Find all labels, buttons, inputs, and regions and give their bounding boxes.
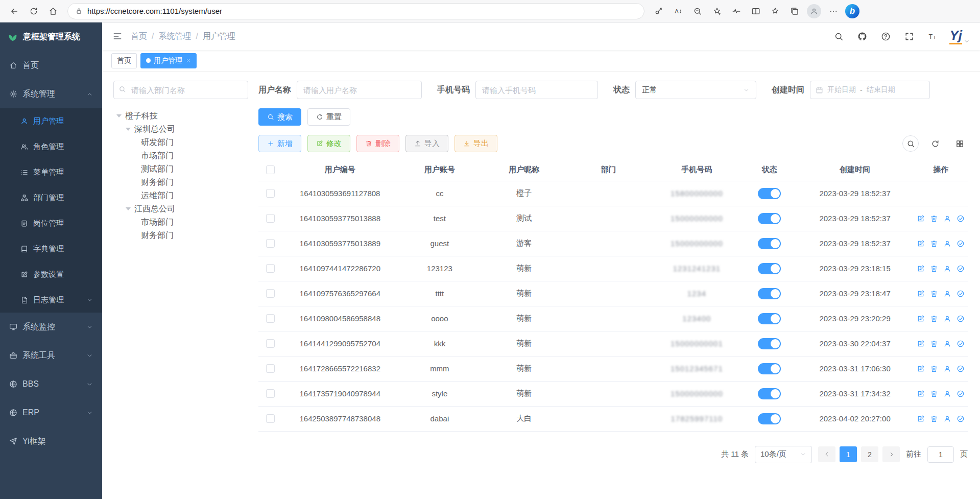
fullscreen-icon[interactable] [902, 30, 916, 43]
edit-user-icon[interactable] [917, 290, 925, 298]
assign-role-icon[interactable] [957, 290, 965, 298]
delete-user-icon[interactable] [930, 390, 938, 398]
sidebar-item[interactable]: 系统管理 [0, 80, 102, 108]
tree-node[interactable]: 橙子科技 [113, 109, 248, 123]
assign-role-icon[interactable] [957, 240, 965, 248]
edit-user-icon[interactable] [917, 315, 925, 323]
delete-user-icon[interactable] [930, 240, 938, 248]
grid-icon[interactable] [951, 135, 968, 152]
tree-node[interactable]: 运维部门 [113, 189, 248, 202]
status-toggle[interactable] [758, 263, 781, 274]
import-button[interactable]: 导入 [405, 135, 448, 152]
user-avatar[interactable]: Yj [949, 29, 970, 44]
address-bar[interactable]: https://ccnetcore.com:1101/system/user [67, 3, 644, 19]
select-all-checkbox[interactable] [266, 165, 275, 174]
zoom-out-icon[interactable] [688, 3, 707, 20]
modify-button[interactable]: 修改 [307, 135, 350, 152]
more-menu-icon[interactable] [824, 3, 843, 20]
delete-user-icon[interactable] [930, 265, 938, 273]
refresh-icon[interactable] [927, 135, 943, 152]
status-toggle[interactable] [758, 413, 781, 424]
department-search-input[interactable] [113, 81, 248, 99]
tab[interactable]: 首页 [111, 53, 137, 68]
status-toggle[interactable] [758, 313, 781, 324]
delete-user-icon[interactable] [930, 365, 938, 373]
reset-password-icon[interactable] [943, 265, 951, 273]
username-input[interactable] [297, 81, 422, 99]
status-toggle[interactable] [758, 388, 781, 399]
export-button[interactable]: 导出 [455, 135, 497, 152]
refresh-icon[interactable] [25, 3, 43, 20]
app-logo[interactable]: 意框架管理系统 [0, 22, 102, 51]
search-icon[interactable] [832, 30, 845, 43]
reset-password-icon[interactable] [943, 340, 951, 348]
page-number-button[interactable]: 2 [861, 446, 878, 462]
split-icon[interactable] [747, 3, 765, 20]
status-select[interactable]: 正常 [635, 81, 756, 99]
edit-user-icon[interactable] [917, 340, 925, 348]
menu-collapse-icon[interactable] [112, 31, 123, 41]
row-checkbox[interactable] [266, 239, 275, 248]
sidebar-item[interactable]: 日志管理 [0, 287, 102, 313]
delete-button[interactable]: 删除 [356, 135, 399, 152]
sidebar-item[interactable]: 系统工具 [0, 341, 102, 370]
tree-node[interactable]: 研发部门 [113, 136, 248, 149]
tree-expand-caret-icon[interactable] [126, 128, 131, 133]
assign-role-icon[interactable] [957, 315, 965, 323]
next-page-button[interactable] [882, 446, 900, 462]
sidebar-item[interactable]: ERP [0, 398, 102, 427]
reset-password-icon[interactable] [943, 390, 951, 398]
assign-role-icon[interactable] [957, 365, 965, 373]
tree-node[interactable]: 深圳总公司 [113, 123, 248, 136]
status-toggle[interactable] [758, 238, 781, 249]
edit-user-icon[interactable] [917, 215, 925, 223]
status-toggle[interactable] [758, 213, 781, 224]
question-icon[interactable] [879, 30, 892, 43]
reset-password-icon[interactable] [943, 315, 951, 323]
essentials-icon[interactable] [727, 3, 746, 20]
row-checkbox[interactable] [266, 264, 275, 273]
delete-user-icon[interactable] [930, 290, 938, 298]
assign-role-icon[interactable] [957, 340, 965, 348]
row-checkbox[interactable] [266, 414, 275, 423]
row-checkbox[interactable] [266, 189, 275, 198]
reset-password-icon[interactable] [943, 290, 951, 298]
sidebar-item[interactable]: 参数设置 [0, 262, 102, 287]
row-checkbox[interactable] [266, 289, 275, 298]
row-checkbox[interactable] [266, 339, 275, 348]
sidebar-item[interactable]: Yi框架 [0, 427, 102, 456]
sidebar-item[interactable]: 用户管理 [0, 108, 102, 134]
sidebar-item[interactable]: 部门管理 [0, 185, 102, 210]
delete-user-icon[interactable] [930, 315, 938, 323]
prev-page-button[interactable] [818, 446, 835, 462]
tree-node[interactable]: 测试部门 [113, 162, 248, 176]
assign-role-icon[interactable] [957, 415, 965, 423]
breadcrumb-item[interactable]: 系统管理 [158, 31, 191, 42]
row-checkbox[interactable] [266, 364, 275, 373]
edit-user-icon[interactable] [917, 265, 925, 273]
reset-password-icon[interactable] [943, 415, 951, 423]
back-icon[interactable] [5, 3, 23, 20]
sidebar-item[interactable]: 首页 [0, 51, 102, 80]
add-button[interactable]: 新增 [258, 135, 301, 152]
read-aloud-icon[interactable]: A [669, 3, 687, 20]
star-icon[interactable] [766, 3, 784, 20]
status-toggle[interactable] [758, 188, 781, 199]
reset-password-icon[interactable] [943, 240, 951, 248]
edit-user-icon[interactable] [917, 415, 925, 423]
github-icon[interactable] [855, 30, 869, 43]
sidebar-item[interactable]: 岗位管理 [0, 210, 102, 236]
delete-user-icon[interactable] [930, 340, 938, 348]
search-button[interactable]: 搜索 [258, 108, 301, 126]
page-number-button[interactable]: 1 [840, 446, 857, 462]
row-checkbox[interactable] [266, 314, 275, 323]
sidebar-item[interactable]: 字典管理 [0, 236, 102, 262]
tree-node[interactable]: 财务部门 [113, 229, 248, 242]
edit-user-icon[interactable] [917, 240, 925, 248]
tree-node[interactable]: 市场部门 [113, 149, 248, 162]
search-icon[interactable] [902, 135, 919, 152]
edit-user-icon[interactable] [917, 390, 925, 398]
sidebar-item[interactable]: BBS [0, 370, 102, 398]
tree-node[interactable]: 江西总公司 [113, 202, 248, 216]
delete-user-icon[interactable] [930, 215, 938, 223]
